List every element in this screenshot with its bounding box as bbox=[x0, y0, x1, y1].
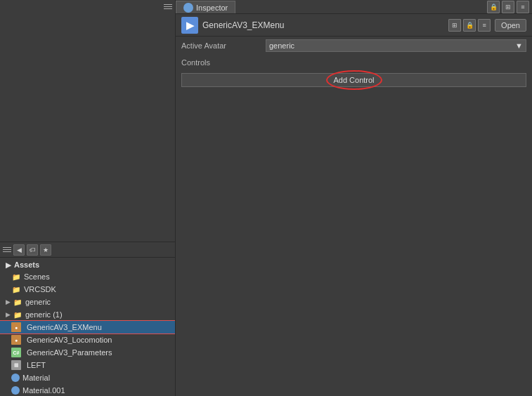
inspector-object-header: ▶ GenericAV3_EXMenu ⊞ 🔒 ≡ Open bbox=[176, 14, 532, 37]
material-icon bbox=[11, 386, 20, 395]
dropdown-arrow-icon: ▼ bbox=[515, 41, 523, 50]
back-button[interactable]: ◀ bbox=[13, 244, 25, 256]
asset-label: Material.001 bbox=[22, 386, 65, 395]
inspector-object-title: GenericAV3_EXMenu bbox=[202, 20, 444, 30]
assets-menu-icon[interactable] bbox=[3, 247, 11, 252]
asset-label: LEFT bbox=[27, 361, 46, 369]
left-top-toolbar bbox=[0, 0, 175, 13]
add-control-label: Add Control bbox=[333, 76, 374, 84]
active-avatar-label: Active Avatar bbox=[181, 41, 266, 50]
asset-item-genericav3exmenu[interactable]: ● GenericAV3_EXMenu bbox=[0, 321, 175, 334]
asset-label: GenericAV3_Locomotion bbox=[27, 336, 112, 344]
script-icon: C# bbox=[11, 348, 21, 357]
active-avatar-field: Active Avatar generic ▼ bbox=[176, 37, 532, 55]
asset-label: generic bbox=[25, 298, 51, 306]
main-layout: ◀ 🏷 ★ ▶ Assets 📁 Scenes 📁 VRCSDK bbox=[0, 0, 532, 396]
asset-label: VRCSDK bbox=[24, 285, 56, 293]
inspector-tab-label: Inspector bbox=[196, 4, 228, 12]
add-control-row: Add Control bbox=[176, 70, 532, 90]
expand-arrow-icon: ▶ bbox=[6, 311, 11, 318]
active-avatar-value: generic ▼ bbox=[266, 39, 526, 52]
left-top-area bbox=[0, 0, 175, 242]
asset-item-material[interactable]: Material bbox=[0, 371, 175, 384]
inspector-tab-bar: Inspector 🔒 ⊞ ≡ bbox=[176, 0, 532, 14]
asset-item-scenes[interactable]: 📁 Scenes bbox=[0, 270, 175, 283]
grid-icon[interactable]: ⊞ bbox=[502, 1, 514, 13]
controls-label: Controls bbox=[181, 58, 266, 67]
active-avatar-dropdown[interactable]: generic ▼ bbox=[266, 39, 526, 52]
asset-item-generic[interactable]: ▶ 📁 generic bbox=[0, 296, 175, 308]
animator-icon: ● bbox=[11, 335, 21, 345]
inspector-panel: Inspector 🔒 ⊞ ≡ ▶ GenericAV3_EXMenu ⊞ 🔒 … bbox=[176, 0, 532, 396]
object-icon: ▶ bbox=[181, 17, 198, 34]
assets-toolbar: ◀ 🏷 ★ bbox=[0, 242, 175, 258]
inspector-header-toolbar: ⊞ 🔒 ≡ bbox=[448, 19, 491, 32]
grid2-icon[interactable]: ⊞ bbox=[448, 19, 461, 32]
inspector-content: ▶ GenericAV3_EXMenu ⊞ 🔒 ≡ Open Active Av… bbox=[176, 14, 532, 396]
expand-arrow-icon: ▶ bbox=[6, 298, 11, 305]
dropdown-value: generic bbox=[269, 41, 294, 50]
asset-item-vrcsdk[interactable]: 📁 VRCSDK bbox=[0, 283, 175, 296]
menu-lines-icon[interactable] bbox=[164, 4, 172, 9]
assets-header-label: Assets bbox=[14, 260, 39, 269]
asset-label: generic (1) bbox=[25, 310, 63, 319]
asset-item-material001[interactable]: Material.001 bbox=[0, 384, 175, 396]
tag-button[interactable]: 🏷 bbox=[27, 244, 38, 256]
asset-label: GenericAV3_Parameters bbox=[27, 348, 112, 357]
menu2-icon[interactable]: ≡ bbox=[478, 19, 491, 32]
asset-item-left[interactable]: ▦ LEFT bbox=[0, 359, 175, 371]
folder-icon: 📁 bbox=[13, 310, 22, 319]
controls-field: Controls bbox=[176, 55, 532, 70]
folder-icon: 📁 bbox=[11, 272, 21, 282]
folder-icon: 📁 bbox=[13, 297, 22, 307]
inspector-tab-icon bbox=[183, 3, 193, 13]
lock2-icon[interactable]: 🔒 bbox=[463, 19, 476, 32]
asset-item-generic1[interactable]: ▶ 📁 generic (1) bbox=[0, 308, 175, 321]
lock-icon[interactable]: 🔒 bbox=[487, 1, 500, 13]
inspector-tab[interactable]: Inspector bbox=[176, 1, 235, 13]
asset-label: Material bbox=[22, 374, 50, 382]
left-panel: ◀ 🏷 ★ ▶ Assets 📁 Scenes 📁 VRCSDK bbox=[0, 0, 176, 396]
open-button[interactable]: Open bbox=[495, 19, 526, 32]
folder-icon: 📁 bbox=[11, 284, 21, 294]
assets-header: ▶ Assets bbox=[0, 259, 175, 270]
mesh-icon: ▦ bbox=[11, 360, 21, 370]
assets-panel: ◀ 🏷 ★ ▶ Assets 📁 Scenes 📁 VRCSDK bbox=[0, 242, 175, 396]
asset-item-genericav3parameters[interactable]: C# GenericAV3_Parameters bbox=[0, 346, 175, 359]
animator-icon: ● bbox=[11, 322, 21, 332]
inspector-tab-toolbar: 🔒 ⊞ ≡ bbox=[487, 1, 532, 13]
asset-item-genericav3locomotion[interactable]: ● GenericAV3_Locomotion bbox=[0, 334, 175, 346]
assets-expand-arrow: ▶ bbox=[6, 261, 11, 269]
menu-icon[interactable]: ≡ bbox=[517, 1, 529, 13]
add-control-button[interactable]: Add Control bbox=[181, 73, 526, 87]
asset-label: Scenes bbox=[24, 272, 50, 281]
star-button[interactable]: ★ bbox=[40, 244, 51, 256]
material-icon bbox=[11, 374, 20, 382]
assets-list: ▶ Assets 📁 Scenes 📁 VRCSDK ▶ 📁 ge bbox=[0, 258, 175, 396]
asset-label: GenericAV3_EXMenu bbox=[27, 323, 102, 331]
